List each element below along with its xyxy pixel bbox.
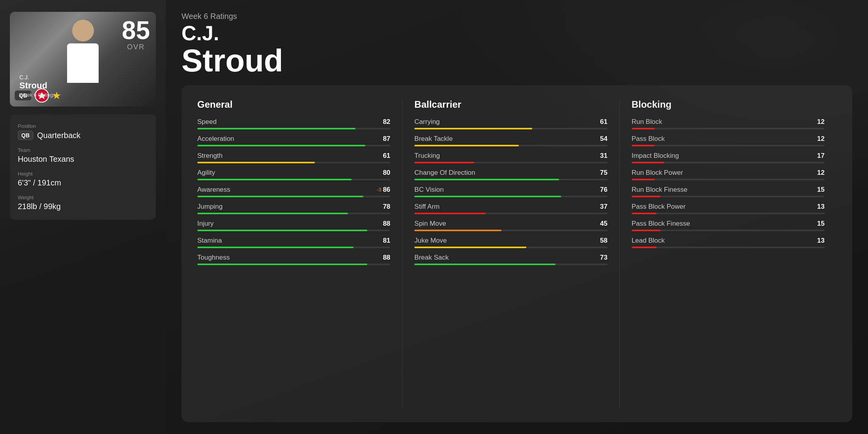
stat-bar-bg bbox=[632, 196, 825, 197]
stat-bar-bg bbox=[632, 213, 825, 214]
stat-name: Pass Block Power bbox=[632, 203, 686, 211]
stat-bar-fill bbox=[632, 145, 655, 146]
stat-bar-bg bbox=[197, 128, 390, 129]
stat-value: 37 bbox=[600, 203, 608, 211]
stat-row: Strength61 bbox=[197, 152, 390, 163]
stat-bar-fill bbox=[414, 247, 526, 248]
stat-row: Juke Move58 bbox=[414, 237, 607, 248]
stat-bar-bg bbox=[414, 196, 607, 197]
stats-column-2: BlockingRun Block12Pass Block12Impact Bl… bbox=[632, 99, 836, 408]
stat-value: 45 bbox=[600, 220, 608, 228]
stat-bar-fill bbox=[197, 264, 367, 265]
stat-row: Pass Block Finesse15 bbox=[632, 220, 825, 231]
stat-bar-bg bbox=[414, 230, 607, 231]
stat-name: Lead Block bbox=[632, 237, 665, 245]
stat-row: Impact Blocking17 bbox=[632, 152, 825, 163]
main-first-name: C.J. bbox=[181, 22, 852, 44]
stat-value: 54 bbox=[600, 135, 608, 143]
player-head bbox=[72, 20, 94, 41]
stat-row: Agility80 bbox=[197, 169, 390, 180]
stat-value: 88 bbox=[383, 220, 390, 228]
stat-bar-fill bbox=[414, 230, 501, 231]
stat-bar-fill bbox=[197, 128, 355, 129]
stat-bar-fill bbox=[197, 179, 352, 180]
stat-row: Change Of Direction75 bbox=[414, 169, 607, 180]
stat-bar-bg bbox=[197, 145, 390, 146]
stat-name: Run Block bbox=[632, 118, 662, 126]
stat-name: Agility bbox=[197, 169, 215, 177]
stat-value: 88 bbox=[383, 254, 390, 262]
stat-row: Break Tackle54 bbox=[414, 135, 607, 146]
stat-row: Speed82 bbox=[197, 118, 390, 129]
stat-bar-fill bbox=[632, 230, 660, 231]
stat-row: Pass Block Power13 bbox=[632, 203, 825, 214]
stat-row: Trucking31 bbox=[414, 152, 607, 163]
stat-bar-fill bbox=[632, 179, 655, 180]
stat-name: Acceleration bbox=[197, 135, 234, 143]
stat-row: Lead Block13 bbox=[632, 237, 825, 248]
stat-bar-bg bbox=[414, 179, 607, 180]
position-name: Quarterback bbox=[37, 131, 80, 140]
player-silhouette bbox=[59, 20, 107, 99]
stat-row: Toughness88 bbox=[197, 254, 390, 265]
team-row: Team Houston Texans bbox=[18, 147, 148, 164]
stats-panel: GeneralSpeed82Acceleration87Strength61Ag… bbox=[181, 85, 852, 422]
stat-name: Change Of Direction bbox=[414, 169, 475, 177]
stat-bar-fill bbox=[632, 247, 657, 248]
stat-bar-fill bbox=[197, 247, 354, 248]
position-badge-sm: QB bbox=[18, 131, 33, 140]
stat-bar-bg bbox=[414, 264, 607, 265]
card-last-name: Stroud bbox=[19, 80, 47, 90]
stat-bar-fill bbox=[414, 196, 561, 197]
stat-bar-bg bbox=[414, 162, 607, 163]
stat-value: 87 bbox=[383, 135, 390, 143]
stat-value: 15 bbox=[817, 220, 825, 228]
stat-name: Pass Block bbox=[632, 135, 665, 143]
card-week-label: Week 6 Ratings bbox=[19, 92, 56, 98]
stat-value: 61 bbox=[600, 118, 608, 126]
left-panel: 85 OVR Week 6 Ratings C.J. Stroud QB ★ P… bbox=[0, 0, 166, 434]
stat-value: 61 bbox=[383, 152, 390, 160]
stat-row: BC Vision76 bbox=[414, 186, 607, 197]
stat-row: Break Sack73 bbox=[414, 254, 607, 265]
stat-value: 81 bbox=[383, 237, 390, 245]
stat-bar-bg bbox=[197, 179, 390, 180]
stat-bar-bg bbox=[197, 247, 390, 248]
stat-value: 75 bbox=[600, 169, 608, 177]
stat-value: 80 bbox=[383, 169, 390, 177]
stat-name: Speed bbox=[197, 118, 217, 126]
weight-value: 218lb / 99kg bbox=[18, 202, 148, 211]
stat-bar-bg bbox=[632, 230, 825, 231]
stat-row: Carrying61 bbox=[414, 118, 607, 129]
stat-row: Spin Move45 bbox=[414, 220, 607, 231]
stat-row: Stamina81 bbox=[197, 237, 390, 248]
stat-bar-fill bbox=[414, 179, 559, 180]
height-row: Height 6'3" / 191cm bbox=[18, 171, 148, 187]
stat-row: Pass Block12 bbox=[632, 135, 825, 146]
stat-name: Carrying bbox=[414, 118, 440, 126]
stat-value: 12 bbox=[817, 118, 825, 126]
stat-name: Juke Move bbox=[414, 237, 447, 245]
header-section: Week 6 Ratings C.J. Stroud bbox=[181, 12, 852, 77]
height-value: 6'3" / 191cm bbox=[18, 178, 148, 187]
stat-bar-bg bbox=[197, 162, 390, 163]
stat-bar-fill bbox=[197, 162, 315, 163]
position-label: Position bbox=[18, 123, 148, 129]
stat-bar-bg bbox=[414, 145, 607, 146]
main-last-name: Stroud bbox=[181, 43, 283, 78]
ovr-number: 85 bbox=[122, 18, 150, 43]
stat-row: Acceleration87 bbox=[197, 135, 390, 146]
stat-name: Impact Blocking bbox=[632, 152, 679, 160]
stat-row: Stiff Arm37 bbox=[414, 203, 607, 214]
stat-bar-bg bbox=[414, 247, 607, 248]
stat-value: 78 bbox=[383, 203, 390, 211]
team-value: Houston Texans bbox=[18, 155, 148, 164]
stat-bar-bg bbox=[632, 128, 825, 129]
stat-name: Spin Move bbox=[414, 220, 446, 228]
weight-row: Weight 218lb / 99kg bbox=[18, 195, 148, 211]
stat-bar-fill bbox=[632, 162, 664, 163]
player-body bbox=[67, 43, 99, 83]
stat-name: Trucking bbox=[414, 152, 440, 160]
stat-bar-fill bbox=[197, 230, 367, 231]
stat-value: 82 bbox=[383, 118, 390, 126]
